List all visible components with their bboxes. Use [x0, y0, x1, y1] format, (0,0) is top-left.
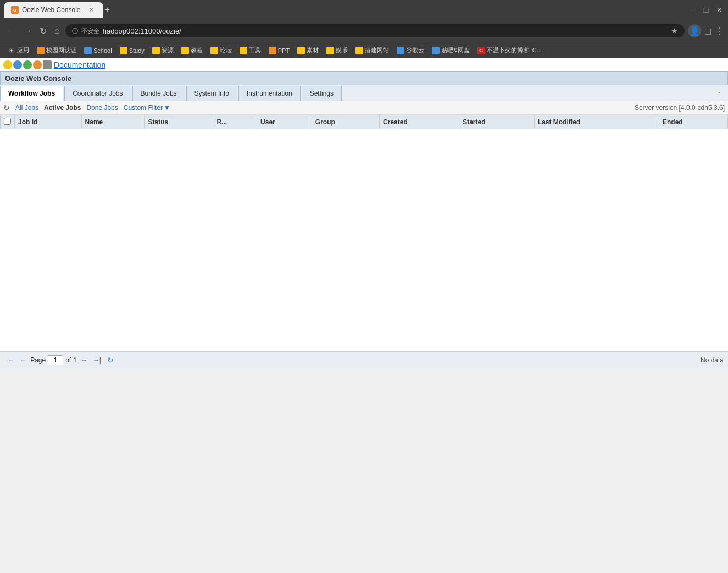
- th-started: Started: [459, 115, 535, 129]
- th-created: Created: [380, 115, 459, 129]
- first-page-button[interactable]: |←: [4, 356, 16, 365]
- oozie-logo-bar: Documentation: [0, 58, 728, 71]
- logo-icon-2: [13, 60, 22, 69]
- maximize-button[interactable]: □: [702, 5, 710, 14]
- tab-close-button[interactable]: ×: [87, 5, 96, 14]
- tab-system-info[interactable]: System Info: [186, 86, 237, 101]
- close-button[interactable]: ×: [715, 5, 724, 14]
- minimize-button[interactable]: ─: [688, 5, 697, 14]
- documentation-link[interactable]: Documentation: [54, 60, 105, 69]
- tab-bundle-jobs[interactable]: Bundle Jobs: [132, 86, 185, 101]
- no-data-label: No data: [701, 356, 724, 364]
- logo-icon-1: [3, 60, 12, 69]
- address-bar[interactable]: ⓘ 不安全 hadoop002:11000/oozie/ ★: [65, 24, 685, 37]
- th-last-modified: Last Modified: [534, 115, 659, 129]
- server-version-label: Server version [4.0.0-cdh5.3.6]: [635, 104, 725, 112]
- bookmark-star-icon[interactable]: ★: [671, 26, 678, 35]
- 论坛-label: 论坛: [220, 46, 232, 54]
- 工具-label: 工具: [249, 46, 261, 54]
- prev-page-button[interactable]: ←: [18, 356, 28, 365]
- bookmark-PPT[interactable]: PPT: [265, 45, 293, 56]
- 校园网认证-icon: [37, 47, 45, 54]
- custom-filter-dropdown[interactable]: Custom Filter ▼: [124, 104, 170, 112]
- jobs-table-container: Job Id Name Status R... User Group Creat…: [0, 115, 728, 351]
- pagination-bar: |← ← Page of 1 → →| ↻ No data: [0, 351, 728, 368]
- oozie-logo-icons: [3, 60, 52, 69]
- 娱乐-icon: [326, 47, 334, 54]
- bookmark-school[interactable]: School: [81, 45, 115, 56]
- profile-button[interactable]: 👤: [688, 24, 701, 37]
- new-tab-button[interactable]: +: [105, 5, 110, 15]
- 教程-icon: [181, 47, 189, 54]
- logo-icon-5: [43, 60, 52, 69]
- bookmark-搭建网站[interactable]: 搭建网站: [352, 45, 392, 56]
- back-button[interactable]: ←: [4, 25, 18, 37]
- 搭建网站-label: 搭建网站: [365, 46, 389, 54]
- last-page-button[interactable]: →|: [91, 356, 103, 365]
- tab-instrumentation-label: Instrumentation: [247, 90, 292, 97]
- extensions-button[interactable]: ◫: [704, 26, 712, 35]
- tab-settings[interactable]: Settings: [302, 86, 342, 101]
- tab-workflow-label: Workflow Jobs: [8, 90, 55, 97]
- 贴吧网盘-label: 贴吧&网盘: [441, 46, 469, 54]
- pagination-refresh-icon[interactable]: ↻: [107, 356, 114, 365]
- app-title: Oozie Web Console: [5, 74, 71, 82]
- logo-icon-4: [33, 60, 42, 69]
- bookmark-study[interactable]: Study: [116, 45, 148, 56]
- active-tab[interactable]: O Oozie Web Console ×: [4, 2, 103, 18]
- filter-refresh-icon[interactable]: ↻: [3, 103, 10, 112]
- security-icon: ⓘ: [72, 27, 78, 35]
- tabs-bar: Workflow Jobs Coordinator Jobs Bundle Jo…: [0, 85, 728, 101]
- tab-bundle-label: Bundle Jobs: [141, 90, 177, 97]
- school-icon: [84, 47, 92, 54]
- bookmark-教程[interactable]: 教程: [178, 45, 206, 56]
- tab-coordinator-jobs[interactable]: Coordinator Jobs: [64, 86, 131, 101]
- th-user: User: [257, 115, 312, 129]
- logo-icon-3: [23, 60, 32, 69]
- page-number-input[interactable]: [48, 355, 63, 365]
- bookmark-apps[interactable]: ⊞ 应用: [4, 45, 32, 56]
- jobs-table: Job Id Name Status R... User Group Creat…: [0, 115, 728, 129]
- reload-button[interactable]: ↻: [37, 25, 49, 37]
- blog-icon: C: [477, 47, 485, 54]
- bookmark-娱乐[interactable]: 娱乐: [323, 45, 351, 56]
- bookmark-贴吧网盘[interactable]: 贴吧&网盘: [429, 45, 473, 56]
- page-info: Page of 1: [30, 355, 77, 365]
- filter-bar: ↻ All Jobs Active Jobs Done Jobs Custom …: [0, 101, 728, 115]
- home-button[interactable]: ⌂: [52, 25, 62, 37]
- 素材-icon: [297, 47, 305, 54]
- tab-spacer: [343, 85, 710, 101]
- 搭建网站-icon: [355, 47, 363, 54]
- bookmark-谷歌云[interactable]: 谷歌云: [393, 45, 427, 56]
- done-jobs-link[interactable]: Done Jobs: [86, 104, 118, 112]
- all-jobs-link[interactable]: All Jobs: [15, 104, 38, 112]
- forward-button[interactable]: →: [21, 25, 34, 37]
- bookmark-资源[interactable]: 资源: [149, 45, 177, 56]
- browser-toolbar: ← → ↻ ⌂ ⓘ 不安全 hadoop002:11000/oozie/ ★ 👤…: [0, 20, 728, 42]
- tab-settings-label: Settings: [310, 90, 334, 97]
- bookmark-素材[interactable]: 素材: [294, 45, 322, 56]
- menu-button[interactable]: ⋮: [715, 26, 724, 36]
- 论坛-icon: [210, 47, 218, 54]
- bookmark-工具[interactable]: 工具: [236, 45, 264, 56]
- select-all-checkbox[interactable]: [4, 118, 11, 125]
- bookmark-校园网认证[interactable]: 校园网认证: [34, 45, 80, 56]
- tab-favicon: O: [11, 6, 19, 14]
- ppt-icon: [269, 47, 276, 54]
- tab-title: Oozie Web Console: [22, 6, 81, 14]
- next-page-button[interactable]: →: [79, 356, 89, 365]
- 贴吧网盘-icon: [432, 47, 440, 54]
- tab-instrumentation[interactable]: Instrumentation: [238, 86, 301, 101]
- bookmark-blog[interactable]: C 不温卜火的博客_C...: [474, 45, 545, 56]
- browser-titlebar: O Oozie Web Console × + ─ □ ×: [0, 0, 728, 20]
- total-pages: 1: [73, 356, 77, 364]
- apps-label: 应用: [17, 46, 29, 54]
- custom-filter-arrow: ▼: [164, 104, 170, 112]
- active-jobs-link[interactable]: Active Jobs: [44, 104, 81, 112]
- bookmark-论坛[interactable]: 论坛: [207, 45, 235, 56]
- study-icon: [120, 47, 127, 54]
- tab-workflow-jobs[interactable]: Workflow Jobs: [0, 86, 63, 101]
- window-controls: ─ □ ×: [688, 5, 724, 14]
- bookmarks-bar: ⊞ 应用 校园网认证 School Study 资源 教程 论坛: [0, 42, 728, 58]
- 谷歌云-icon: [397, 47, 404, 54]
